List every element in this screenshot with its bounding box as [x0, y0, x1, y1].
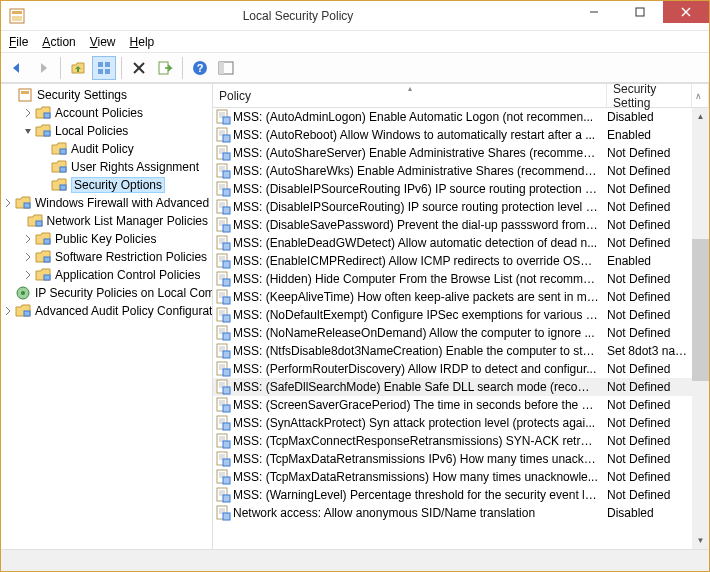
tree-item[interactable]: Advanced Audit Policy Configuration	[1, 302, 212, 320]
list-row[interactable]: MSS: (AutoReboot) Allow Windows to autom…	[213, 126, 692, 144]
expand-icon[interactable]	[21, 106, 35, 120]
svg-text:?: ?	[197, 62, 204, 74]
back-button[interactable]	[5, 56, 29, 80]
list-row[interactable]: MSS: (NtfsDisable8dot3NameCreation) Enab…	[213, 342, 692, 360]
svg-rect-52	[223, 279, 230, 286]
expand-icon[interactable]	[21, 250, 35, 264]
expand-icon[interactable]	[1, 286, 15, 300]
tree-item[interactable]: User Rights Assignment	[1, 158, 212, 176]
list-cell-setting: Not Defined	[607, 308, 692, 322]
list-row[interactable]: MSS: (DisableIPSourceRouting IPv6) IP so…	[213, 180, 692, 198]
menu-help[interactable]: Help	[130, 35, 155, 49]
tree-item[interactable]: Windows Firewall with Advanced Security	[1, 194, 212, 212]
list-cell-policy: MSS: (EnableDeadGWDetect) Allow automati…	[233, 236, 607, 250]
minimize-button[interactable]	[571, 1, 617, 23]
toolbar-separator	[182, 57, 183, 79]
vertical-scrollbar[interactable]: ▲ ▼	[692, 108, 709, 549]
list-row[interactable]: MSS: (PerformRouterDiscovery) Allow IRDP…	[213, 360, 692, 378]
tree-item[interactable]: IP Security Policies on Local Computer	[1, 284, 212, 302]
delete-button[interactable]	[127, 56, 151, 80]
list-row[interactable]: MSS: (AutoShareWks) Enable Administrativ…	[213, 162, 692, 180]
expand-icon[interactable]	[21, 232, 35, 246]
list-row[interactable]: MSS: (WarningLevel) Percentage threshold…	[213, 486, 692, 504]
list-row[interactable]: MSS: (TcpMaxDataRetransmissions IPv6) Ho…	[213, 450, 692, 468]
export-button[interactable]	[153, 56, 177, 80]
expand-icon[interactable]	[1, 304, 15, 318]
expand-icon[interactable]	[21, 268, 35, 282]
policy-icon	[213, 109, 233, 125]
tree-item[interactable]: Application Control Policies	[1, 266, 212, 284]
list-row[interactable]: MSS: (ScreenSaverGracePeriod) The time i…	[213, 396, 692, 414]
list-cell-setting: Not Defined	[607, 272, 692, 286]
menu-view[interactable]: View	[90, 35, 116, 49]
list-row[interactable]: MSS: (SafeDllSearchMode) Enable Safe DLL…	[213, 378, 692, 396]
list-row[interactable]: MSS: (EnableICMPRedirect) Allow ICMP red…	[213, 252, 692, 270]
expand-icon[interactable]	[21, 124, 35, 138]
expand-icon[interactable]	[1, 196, 15, 210]
forward-button[interactable]	[31, 56, 55, 80]
maximize-button[interactable]	[617, 1, 663, 23]
tree-item[interactable]: Local Policies	[1, 122, 212, 140]
help-button[interactable]: ?	[188, 56, 212, 80]
tree-item[interactable]: Network List Manager Policies	[1, 212, 212, 230]
list-cell-setting: Not Defined	[607, 326, 692, 340]
policy-icon	[213, 451, 233, 467]
expand-icon[interactable]	[37, 160, 51, 174]
menu-file[interactable]: File	[9, 35, 28, 49]
list-cell-setting: Not Defined	[607, 380, 692, 394]
list-row[interactable]: MSS: (TcpMaxConnectResponseRetransmissio…	[213, 432, 692, 450]
folder-icon	[15, 195, 31, 211]
expand-icon[interactable]	[3, 88, 17, 102]
column-security-setting[interactable]: Security Setting	[607, 84, 692, 107]
list-row[interactable]: MSS: (TcpMaxDataRetransmissions) How man…	[213, 468, 692, 486]
tree-root[interactable]: Security Settings	[1, 86, 212, 104]
list-cell-policy: MSS: (DisableSavePassword) Prevent the d…	[233, 218, 607, 232]
svg-rect-17	[219, 62, 224, 74]
list-row[interactable]: MSS: (KeepAliveTime) How often keep-aliv…	[213, 288, 692, 306]
close-button[interactable]	[663, 1, 709, 23]
list-row[interactable]: MSS: (Hidden) Hide Computer From the Bro…	[213, 270, 692, 288]
list-cell-policy: MSS: (PerformRouterDiscovery) Allow IRDP…	[233, 362, 607, 376]
up-folder-button[interactable]	[66, 56, 90, 80]
expand-icon[interactable]	[37, 178, 51, 192]
expand-icon[interactable]	[13, 214, 27, 228]
folder-icon	[27, 213, 43, 229]
list-row[interactable]: MSS: (EnableDeadGWDetect) Allow automati…	[213, 234, 692, 252]
list-row[interactable]: MSS: (AutoAdminLogon) Enable Automatic L…	[213, 108, 692, 126]
scroll-up-button[interactable]: ▲	[692, 108, 709, 125]
list-row[interactable]: MSS: (NoNameReleaseOnDemand) Allow the c…	[213, 324, 692, 342]
list-row[interactable]: Network access: Allow anonymous SID/Name…	[213, 504, 692, 522]
scroll-down-button[interactable]: ▼	[692, 532, 709, 549]
expand-icon[interactable]	[37, 142, 51, 156]
column-policy-label: Policy	[219, 89, 251, 103]
tree-root-label: Security Settings	[37, 88, 127, 102]
list-row[interactable]: MSS: (DisableSavePassword) Prevent the d…	[213, 216, 692, 234]
menubar: File Action View Help	[1, 31, 709, 53]
svg-rect-18	[19, 89, 31, 101]
panel-button[interactable]	[214, 56, 238, 80]
scroll-thumb[interactable]	[692, 239, 709, 381]
policy-icon	[213, 181, 233, 197]
tree-pane[interactable]: Security Settings Account PoliciesLocal …	[1, 84, 213, 549]
column-policy[interactable]: Policy ▴	[213, 84, 607, 107]
list-cell-setting: Enabled	[607, 128, 692, 142]
tree-item[interactable]: Public Key Policies	[1, 230, 212, 248]
list-row[interactable]: MSS: (DisableIPSourceRouting) IP source …	[213, 198, 692, 216]
view-toggle-button[interactable]	[92, 56, 116, 80]
policy-icon	[213, 127, 233, 143]
folder-icon	[51, 141, 67, 157]
list-cell-policy: MSS: (NoNameReleaseOnDemand) Allow the c…	[233, 326, 607, 340]
list-row[interactable]: MSS: (SynAttackProtect) Syn attack prote…	[213, 414, 692, 432]
tree-item[interactable]: Audit Policy	[1, 140, 212, 158]
scroll-track[interactable]	[692, 125, 709, 532]
tree-item-label: Software Restriction Policies	[55, 250, 207, 264]
menu-action[interactable]: Action	[42, 35, 75, 49]
policy-icon	[213, 343, 233, 359]
list-row[interactable]: MSS: (NoDefaultExempt) Configure IPSec e…	[213, 306, 692, 324]
svg-rect-76	[223, 495, 230, 502]
policy-icon	[213, 163, 233, 179]
tree-item[interactable]: Security Options	[1, 176, 212, 194]
tree-item[interactable]: Account Policies	[1, 104, 212, 122]
list-row[interactable]: MSS: (AutoShareServer) Enable Administra…	[213, 144, 692, 162]
tree-item[interactable]: Software Restriction Policies	[1, 248, 212, 266]
